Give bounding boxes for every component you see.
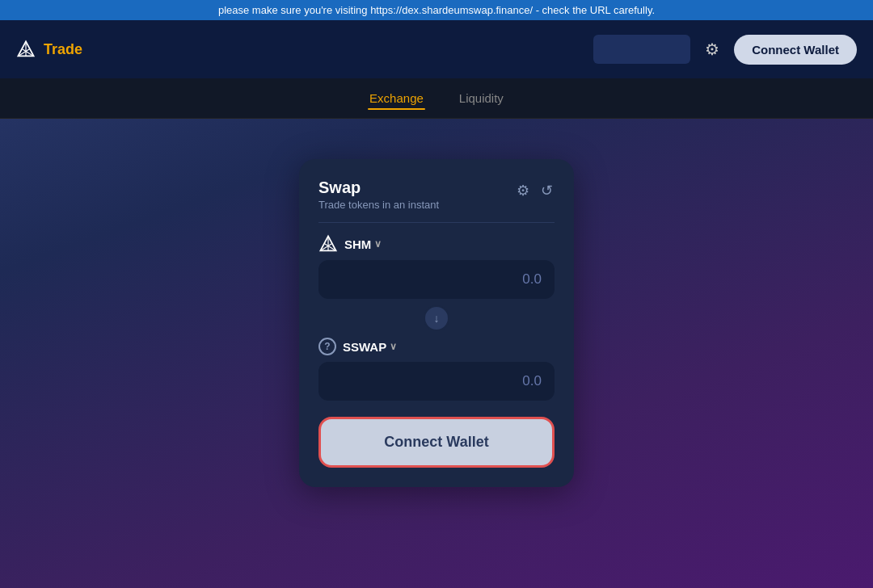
shm-token-icon bbox=[318, 234, 338, 254]
to-token-selector[interactable]: SSWAP ∨ bbox=[343, 340, 397, 354]
tab-bar: Exchange Liquidity bbox=[0, 78, 873, 119]
navbar-right: ⚙ Connect Wallet bbox=[593, 35, 857, 65]
from-token-input-box[interactable]: 0.0 bbox=[318, 260, 555, 299]
swap-card-title-area: Swap Trade tokens in an instant bbox=[318, 178, 439, 211]
swap-direction-button[interactable]: ↓ bbox=[424, 305, 449, 331]
swap-card: Swap Trade tokens in an instant ⚙ ↺ bbox=[299, 159, 574, 487]
warning-text: please make sure you're visiting https:/… bbox=[218, 4, 655, 16]
swap-header-icons: ⚙ ↺ bbox=[515, 180, 555, 201]
card-divider bbox=[318, 222, 555, 223]
navbar: Trade ⚙ Connect Wallet bbox=[0, 20, 873, 78]
nav-trade-label: Trade bbox=[44, 41, 82, 58]
from-token-selector[interactable]: SHM ∨ bbox=[344, 237, 382, 251]
to-token-symbol: SSWAP bbox=[343, 340, 386, 354]
swap-history-button[interactable]: ↺ bbox=[539, 180, 555, 201]
connect-wallet-card-button[interactable]: Connect Wallet bbox=[318, 417, 555, 468]
to-token-row: ? SSWAP ∨ bbox=[318, 338, 555, 355]
logo-area: Trade bbox=[16, 40, 82, 59]
swap-settings-button[interactable]: ⚙ bbox=[515, 180, 531, 201]
to-token-value: 0.0 bbox=[522, 373, 542, 389]
connect-wallet-nav-button[interactable]: Connect Wallet bbox=[734, 35, 857, 65]
settings-icon: ⚙ bbox=[517, 183, 529, 199]
arrow-down-icon: ↓ bbox=[434, 312, 440, 325]
swap-title: Swap bbox=[318, 178, 439, 197]
shardeum-logo-icon bbox=[16, 40, 36, 59]
swap-subtitle: Trade tokens in an instant bbox=[318, 199, 439, 211]
settings-icon-button[interactable]: ⚙ bbox=[702, 36, 723, 62]
swap-arrow-area: ↓ bbox=[318, 305, 555, 331]
from-token-value: 0.0 bbox=[522, 271, 542, 288]
to-token-chevron-icon: ∨ bbox=[390, 341, 397, 352]
from-token-chevron-icon: ∨ bbox=[374, 238, 382, 250]
gear-icon: ⚙ bbox=[705, 40, 719, 58]
tab-liquidity[interactable]: Liquidity bbox=[458, 88, 505, 108]
nav-search-input[interactable] bbox=[593, 35, 690, 64]
swap-card-header: Swap Trade tokens in an instant ⚙ ↺ bbox=[318, 178, 555, 211]
warning-bar: please make sure you're visiting https:/… bbox=[0, 0, 873, 20]
main-content: Swap Trade tokens in an instant ⚙ ↺ bbox=[0, 119, 873, 487]
from-token-row: SHM ∨ bbox=[318, 234, 555, 254]
tab-exchange[interactable]: Exchange bbox=[368, 88, 425, 108]
to-token-input-box[interactable]: 0.0 bbox=[318, 362, 555, 401]
history-icon: ↺ bbox=[541, 183, 553, 199]
from-token-symbol: SHM bbox=[344, 237, 371, 251]
sswap-token-icon: ? bbox=[318, 338, 336, 355]
